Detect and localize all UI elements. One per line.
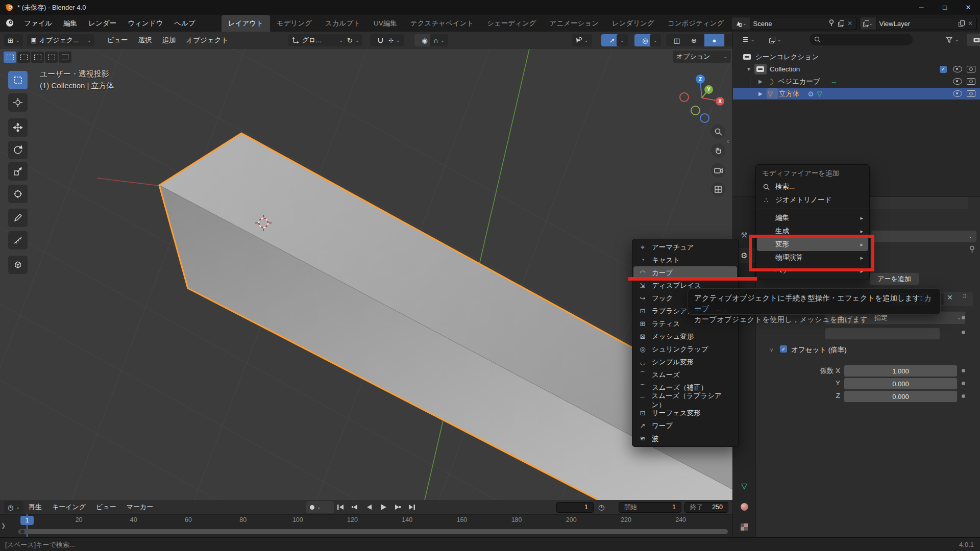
select-mode-extend[interactable] (17, 52, 30, 63)
render-camera-icon[interactable] (967, 78, 975, 85)
frame-start-field[interactable]: 開始1 (619, 502, 681, 513)
menu-item-geometry-nodes[interactable]: ∴ ジオメトリノード (756, 193, 869, 207)
workspace-tab[interactable]: UV編集 (367, 15, 404, 32)
workspace-tab[interactable]: スカルプト (318, 15, 367, 32)
expand-icon[interactable]: ▶ (758, 91, 763, 96)
factor-z-field[interactable]: 0.000 (844, 390, 958, 403)
submenu-item[interactable]: ◎ シュリンクラップ (632, 343, 738, 356)
pan-hand-icon[interactable] (711, 143, 725, 158)
scene-selector[interactable]: ⌄ Scene ✕ (731, 17, 856, 30)
outliner-row-collection[interactable]: ▼ Collection ✓ (733, 63, 980, 75)
options-button[interactable]: オプション⌄ (673, 51, 731, 63)
hide-eye-icon[interactable] (953, 90, 962, 97)
viewlayer-selector[interactable]: ⌄ ViewLayer ✕ (860, 17, 977, 30)
proportional-falloff[interactable]: ∩⌄ (430, 34, 448, 46)
timeline-expand-icon[interactable]: ❯ (1, 522, 6, 529)
outliner-display-mode[interactable]: ☰⌄ (739, 34, 758, 46)
camera-view-icon[interactable] (711, 163, 725, 178)
factor-x-field[interactable]: 1.000 (844, 365, 958, 377)
cursor-tool[interactable] (8, 93, 28, 112)
annotate-tool[interactable] (8, 209, 28, 227)
select-box-tool[interactable] (8, 71, 28, 89)
select-mode-subtract[interactable] (31, 52, 44, 63)
submenu-item[interactable]: ⌖ アーマチュア (632, 241, 738, 254)
outliner-filter-image[interactable]: ⌄ (766, 34, 785, 46)
blender-menu-icon[interactable] (5, 18, 14, 29)
workspace-tab[interactable]: テクスチャペイント (404, 15, 480, 32)
workspace-tab[interactable]: コンポジティング (661, 15, 731, 32)
timeline-ruler[interactable]: 20406080100120140160180200220240 (52, 516, 708, 523)
snap-settings[interactable]: ⊹⌄ (385, 34, 404, 46)
submenu-item[interactable]: ⌒ スムーズ（ラプラシアン） (632, 394, 738, 407)
workspace-tab[interactable]: レンダリング (605, 15, 661, 32)
new-collection-button[interactable] (967, 34, 980, 46)
menubar-item[interactable]: 編集 (58, 17, 83, 30)
sidebar-collapse-icon[interactable]: ‹ (727, 137, 729, 145)
animate-dot[interactable] (962, 316, 965, 319)
animate-dot[interactable] (962, 369, 965, 372)
transform-tool[interactable] (8, 185, 28, 203)
rotate-tool[interactable] (8, 141, 28, 159)
gizmos-dropdown[interactable]: ⌄ (617, 34, 628, 46)
submenu-item[interactable]: ≋ 波 (632, 432, 738, 445)
viewport-menu-item[interactable]: 追加 (157, 36, 181, 45)
tab-material-icon[interactable] (733, 499, 755, 514)
animate-dot[interactable] (962, 394, 965, 398)
properties-pin-icon[interactable] (969, 245, 975, 254)
scene-browse-icon[interactable]: ⌄ (731, 17, 750, 30)
jump-to-start-button[interactable] (334, 502, 347, 512)
properties-path-dropdown[interactable]: ⌄ (871, 230, 977, 242)
render-camera-icon[interactable] (967, 90, 975, 97)
current-frame-badge[interactable]: 1 (20, 516, 34, 525)
scene-name[interactable]: Scene (750, 17, 775, 30)
workspace-tab[interactable]: アニメーション (543, 15, 605, 32)
frame-end-field[interactable]: 終了250 (684, 502, 728, 513)
show-gizmo-dropdown[interactable]: ⌄ (572, 34, 592, 46)
pivot-point-button[interactable]: ↻⌄ (344, 34, 362, 46)
add-object-tool[interactable] (8, 256, 28, 274)
gizmo-y-axis[interactable]: Y (704, 85, 713, 94)
pin-icon[interactable] (828, 19, 835, 28)
tab-object-data-icon[interactable]: ▽ (733, 479, 755, 494)
timeline-menu-item[interactable]: 再生 (23, 503, 47, 512)
move-tool[interactable] (8, 118, 28, 137)
navigation-gizmo[interactable]: Z Y X (678, 74, 726, 122)
menubar-item[interactable]: レンダー (83, 17, 122, 30)
shading-wireframe-icon[interactable]: ⊕ (684, 34, 704, 46)
viewport-menu-item[interactable]: 選択 (133, 36, 157, 45)
viewport-menu-item[interactable]: オブジェクト (181, 36, 234, 45)
vertex-group-field[interactable] (825, 328, 940, 340)
mode-selector[interactable]: ▣オブジェク...⌄ (27, 34, 94, 46)
offset-panel-title[interactable]: オフセット (倍率) (791, 345, 847, 355)
minimize-button[interactable]: ─ (910, 0, 933, 15)
new-viewlayer-icon[interactable] (959, 20, 964, 27)
submenu-item[interactable]: ↗ ワープ (632, 419, 738, 432)
gizmo-z-neg[interactable] (700, 113, 709, 123)
timeline-scrollbar[interactable] (18, 529, 728, 534)
shading-solid-icon[interactable]: ● (704, 34, 724, 46)
timeline-menu-item[interactable]: キーイング (47, 503, 91, 512)
gizmo-x-axis[interactable]: X (716, 97, 724, 106)
outliner-filter-button[interactable]: ⌄ (942, 34, 963, 46)
current-frame-field[interactable]: 1 (556, 502, 594, 513)
gizmo-x-neg[interactable] (679, 92, 689, 102)
new-scene-copy-icon[interactable] (838, 20, 844, 27)
outliner-search-input[interactable] (810, 34, 913, 45)
gizmo-y-neg[interactable] (691, 106, 700, 115)
use-preview-range-icon[interactable]: ◷ (598, 503, 604, 511)
play-reverse-button[interactable] (363, 502, 375, 512)
select-mode-new[interactable] (4, 52, 16, 63)
factor-y-field[interactable]: 0.000 (844, 378, 958, 390)
prev-keyframe-button[interactable] (349, 502, 361, 512)
viewlayer-browse-icon[interactable]: ⌄ (860, 17, 876, 30)
expand-icon[interactable]: ▼ (746, 66, 751, 72)
remove-viewlayer-icon[interactable]: ✕ (968, 20, 973, 27)
submenu-item[interactable]: ◔ キャスト (632, 254, 738, 266)
modifier-drag-handle[interactable]: ⠿ (963, 293, 967, 300)
hide-eye-icon[interactable] (953, 78, 962, 85)
gizmo-z-axis[interactable]: Z (696, 74, 705, 84)
submenu-item[interactable]: ⌒ スムーズ (632, 368, 738, 381)
viewport-menu-item[interactable]: ビュー (102, 36, 133, 45)
expand-icon[interactable]: ▶ (758, 79, 763, 84)
maximize-button[interactable]: □ (933, 0, 957, 15)
